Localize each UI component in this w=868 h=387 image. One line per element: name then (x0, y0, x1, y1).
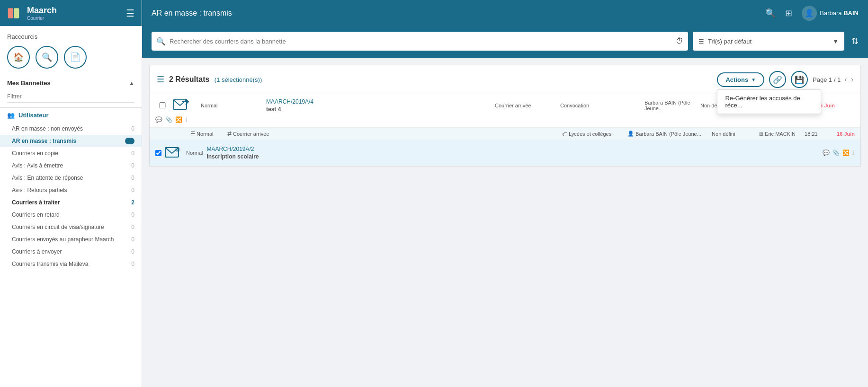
sidebar-nav-item-2[interactable]: Courriers en copie0 (0, 147, 142, 159)
qr-icon[interactable]: ⏱ (676, 37, 683, 45)
sidebar-nav-badge-10: 0 (131, 248, 134, 255)
logo-text: Maarch Courrier (27, 6, 57, 21)
row1-category: Convocation (560, 103, 641, 108)
row2-attach-icon[interactable]: 📎 (832, 150, 840, 156)
assign-icon: 👤 (627, 131, 634, 137)
page-label: Page 1 / 1 (813, 76, 841, 83)
row2-subject: Inscription scolaire (206, 153, 819, 160)
row2-ref-subject: MAARCH/2019A/2 Inscription scolaire (206, 146, 819, 160)
filter-icon-btn[interactable]: ⇅ (851, 36, 859, 46)
results-selected: (1 sélectionné(s)) (215, 76, 262, 83)
search-bar-area: 🔍 ⏱ ☰ Tri(s) par défaut ▼ ⇅ (142, 26, 868, 58)
logo-sub-text: Courrier (27, 16, 57, 21)
filtrer-label: Filtrer (7, 93, 22, 100)
row2-info-icon[interactable]: ℹ (852, 150, 855, 156)
prev-page-btn[interactable]: ‹ (844, 75, 847, 84)
sidebar-nav-label-3: Avis : Avis à émettre (12, 162, 63, 169)
next-page-btn[interactable]: › (851, 75, 853, 84)
sidebar-nav-label-2: Courriers en copie (12, 150, 58, 157)
section-user: 👥 Utilisateur (0, 108, 142, 123)
sidebar-nav-label-10: Courriers à envoyer (12, 248, 62, 255)
sidebar-nav-item-1[interactable]: AR en masse : transmis2 (0, 135, 142, 147)
raccourcis-add-btn[interactable]: 📄 (64, 46, 87, 69)
results-actions: Actions ▼ Re-Générer les accusés de réce… (717, 71, 853, 88)
sidebar-nav-item-5[interactable]: Avis : Retours partiels0 (0, 184, 142, 196)
sidebar-nav-item-4[interactable]: Avis : En attente de réponse0 (0, 172, 142, 184)
search-box: 🔍 ⏱ (152, 32, 688, 51)
row1-info-icon[interactable]: ℹ (185, 116, 188, 123)
row1-checkbox[interactable] (155, 102, 170, 108)
row1-action-icons: 💬 📎 🔀 ℹ (155, 116, 170, 123)
row2-action-icons: 💬 📎 🔀 ℹ (823, 150, 855, 156)
sidebar-nav-item-11[interactable]: Courriers transmis via Maileva0 (0, 258, 142, 270)
sidebar-nav-item-8[interactable]: Courriers en circuit de visa/signature0 (0, 221, 142, 233)
hamburger-icon[interactable]: ☰ (126, 8, 134, 19)
row1-type: Courrier arrivée (495, 103, 556, 108)
priority-sort-icon: ☰ (190, 131, 195, 137)
col-date-header: 16 Juin (837, 131, 855, 137)
col-cat-header: 🏷 Lycées et collèges (562, 131, 624, 137)
sidebar-nav-badge-7: 0 (131, 211, 134, 218)
topbar-user: 👤 Barbara BAIN (802, 6, 859, 21)
link-icon-btn[interactable]: 🔗 (769, 71, 786, 88)
topbar-username: Barbara BAIN (820, 9, 859, 17)
dropdown-item-regenerer[interactable]: Re-Générer les accusés de réce... (717, 90, 821, 114)
apps-topbar-icon[interactable]: ⊞ (785, 8, 792, 18)
row1-comment-icon[interactable]: 💬 (155, 116, 162, 123)
sidebar-nav-label-4: Avis : En attente de réponse (12, 175, 83, 181)
row2-icon: ✓ (165, 146, 182, 160)
row2-ref[interactable]: MAARCH/2019A/2 (206, 146, 819, 152)
sidebar-nav-item-0[interactable]: AR en masse : non envoyés0 (0, 123, 142, 135)
select-all-icon[interactable]: ☰ (157, 74, 164, 85)
row1-attach-icon[interactable]: 📎 (165, 116, 172, 123)
pagination: Page 1 / 1 ‹ › (813, 75, 853, 84)
search-input[interactable] (170, 38, 672, 45)
download-icon-btn[interactable]: 💾 (791, 71, 808, 88)
topbar: AR en masse : transmis 🔍 ⊞ 👤 Barbara BAI… (142, 0, 868, 26)
row1-subject: test 4 (266, 106, 491, 113)
sender-icon: 🖥 (758, 131, 763, 137)
sort-icon: ☰ (698, 38, 704, 45)
sidebar-nav-item-3[interactable]: Avis : Avis à émettre0 (0, 159, 142, 172)
row2-comment-icon[interactable]: 💬 (823, 150, 830, 156)
row2-share-icon[interactable]: 🔀 (842, 150, 850, 156)
row1-ref-subject: MAARCH/2019A/4 test 4 (266, 98, 491, 113)
sidebar-nav-label-9: Courriers envoyés au parapheur Maarch (12, 236, 114, 243)
type-sort-icon: ⇄ (227, 131, 232, 137)
mes-bannettes-chevron: ▲ (129, 80, 134, 87)
results-header: ☰ 2 Résultats (1 sélectionné(s)) Actions… (149, 65, 861, 94)
mes-bannettes-header[interactable]: Mes Bannettes ▲ (0, 76, 142, 90)
search-icon: 🔍 (156, 37, 166, 46)
sidebar-nav-item-7[interactable]: Courriers en retard0 (0, 209, 142, 221)
table-row: ✓ Normal MAARCH/2019A/2 Inscription scol… (150, 140, 860, 166)
row1-ref[interactable]: MAARCH/2019A/4 (266, 98, 491, 105)
sidebar-nav-item-10[interactable]: Courriers à envoyer0 (0, 246, 142, 258)
col-type-header: ⇄ Courrier arrivée (227, 131, 558, 137)
svg-rect-1 (14, 8, 19, 18)
sidebar-nav-badge-1: 2 (125, 138, 134, 144)
col-assign2-header: Non défini (712, 131, 754, 137)
content-area: ☰ 2 Résultats (1 sélectionné(s)) Actions… (142, 58, 868, 387)
raccourcis-home-btn[interactable]: 🏠 (7, 46, 30, 69)
row2-checkbox[interactable] (155, 150, 161, 156)
sidebar-nav-badge-8: 0 (131, 224, 134, 230)
actions-dropdown-menu: Re-Générer les accusés de réce... (717, 89, 821, 114)
sidebar-nav-label-8: Courriers en circuit de visa/signature (12, 224, 104, 230)
sort-box[interactable]: ☰ Tri(s) par défaut ▼ (693, 32, 844, 51)
col-assign-header: 👤 Barbara BAIN (Pôle Jeune... (627, 131, 708, 137)
sidebar-nav-item-6[interactable]: Courriers à traiter2 (0, 196, 142, 209)
row1-share-icon[interactable]: 🔀 (175, 116, 182, 123)
col-time-header: 18:21 (805, 131, 833, 137)
sidebar-nav-label-1: AR en masse : transmis (12, 138, 76, 144)
sidebar-nav-item-9[interactable]: Courriers envoyés au parapheur Maarch0 (0, 233, 142, 246)
actions-label: Actions (725, 76, 748, 83)
user-section-label: Utilisateur (18, 112, 49, 119)
col-priority-header: ☰ Normal (190, 131, 224, 137)
sidebar-nav-label-7: Courriers en retard (12, 211, 60, 218)
user-avatar-icon: 👤 (802, 6, 817, 21)
actions-button[interactable]: Actions ▼ (717, 72, 764, 87)
search-topbar-icon[interactable]: 🔍 (765, 8, 776, 18)
raccourcis-search-btn[interactable]: 🔍 (36, 46, 58, 69)
row1-priority: Normal (201, 103, 262, 108)
sidebar-header: M Maarch Courrier ☰ (0, 0, 142, 26)
